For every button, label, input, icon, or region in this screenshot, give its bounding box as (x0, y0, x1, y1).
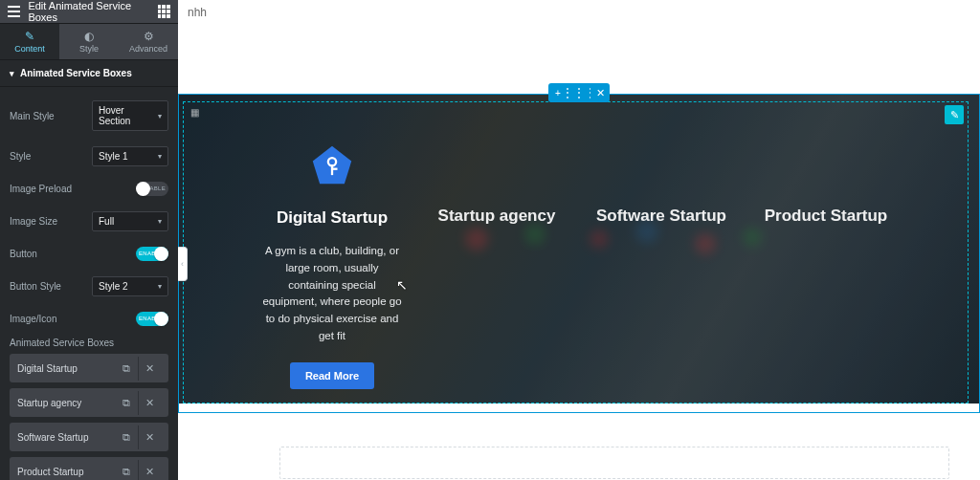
list-item[interactable]: Digital Startup ⧉ ✕ (10, 354, 168, 382)
service-box[interactable]: Startup agency (414, 94, 579, 404)
sidebar-header: Edit Animated Service Boxes (0, 0, 178, 24)
section-wrapper[interactable]: + ⋮⋮⋮ ✕ ▦ ✎ Digital Startup (178, 94, 980, 404)
list-item-title: Software Startup (17, 432, 115, 443)
list-item[interactable]: Startup agency ⧉ ✕ (10, 388, 168, 417)
menu-icon[interactable] (8, 6, 20, 17)
list-item[interactable]: Product Startup ⧉ ✕ (10, 457, 168, 480)
column-handle-icon[interactable]: ▦ (188, 105, 201, 119)
gear-icon (143, 30, 154, 41)
contrast-icon (83, 30, 95, 41)
close-icon[interactable]: ✕ (138, 391, 161, 415)
button-style-select[interactable]: Style 2 (92, 276, 168, 296)
copy-icon[interactable]: ⧉ (115, 391, 138, 415)
image-icon-toggle[interactable]: Enable (136, 312, 168, 326)
service-title: Product Startup (751, 207, 901, 226)
delete-section-button[interactable]: ✕ (590, 83, 610, 102)
editor-sidebar: Edit Animated Service Boxes Content Styl… (0, 0, 178, 480)
close-icon[interactable]: ✕ (138, 425, 161, 449)
collapse-sidebar-button[interactable]: ‹ (178, 247, 188, 281)
tab-label: Style (79, 44, 99, 54)
service-description: A gym is a club, building, or large room… (257, 243, 407, 345)
service-title: Digital Startup (257, 208, 407, 228)
hero-widget[interactable]: Digital Startup A gym is a club, buildin… (178, 94, 980, 404)
stray-text: nhh (188, 6, 207, 19)
control-image-preload: Image Preload Disable (10, 174, 168, 204)
service-box[interactable]: Product Startup (744, 94, 908, 404)
control-label: Image Preload (10, 184, 72, 194)
tab-content[interactable]: Content (0, 24, 59, 59)
section-controls: + ⋮⋮⋮ ✕ (548, 83, 610, 102)
empty-section-placeholder[interactable] (279, 447, 949, 479)
service-title: Software Startup (587, 207, 736, 226)
control-label: Button (10, 249, 37, 259)
list-item-title: Digital Startup (17, 363, 115, 374)
service-title: Startup agency (422, 207, 571, 226)
panel-title: Edit Animated Service Boxes (28, 0, 157, 23)
control-label: Main Style (10, 111, 55, 121)
pentagon-icon (310, 143, 354, 187)
control-label: Image/Icon (10, 314, 56, 324)
copy-icon[interactable]: ⧉ (115, 460, 138, 481)
section-drag-handle[interactable]: ⋮⋮⋮ (568, 83, 590, 102)
control-main-style: Main Style Hover Section (10, 93, 168, 139)
preview-canvas: nhh + ⋮⋮⋮ ✕ ▦ ✎ (178, 0, 980, 480)
control-label: Image Size (10, 216, 57, 227)
list-item-title: Product Startup (17, 467, 115, 477)
controls-area: Main Style Hover Section Style Style 1 I… (0, 87, 178, 480)
read-more-button[interactable]: Read More (290, 362, 374, 389)
tab-label: Content (14, 44, 45, 54)
edit-widget-button[interactable]: ✎ (945, 105, 964, 124)
copy-icon[interactable]: ⧉ (115, 357, 138, 381)
section-animated-service-boxes[interactable]: Animated Service Boxes (0, 60, 178, 87)
panel-tabs: Content Style Advanced (0, 24, 178, 60)
tab-label: Advanced (129, 44, 167, 54)
columns-row: Digital Startup A gym is a club, buildin… (178, 94, 980, 404)
pencil-icon (24, 30, 35, 41)
control-button: Button Enable (10, 239, 168, 269)
control-image-size: Image Size Full (10, 204, 168, 239)
control-button-style: Button Style Style 2 (10, 269, 168, 304)
list-item[interactable]: Software Startup ⧉ ✕ (10, 423, 168, 451)
close-icon[interactable]: ✕ (138, 357, 161, 381)
section-title: Animated Service Boxes (20, 68, 132, 78)
image-size-select[interactable]: Full (92, 211, 168, 231)
service-box-active[interactable]: Digital Startup A gym is a club, buildin… (250, 94, 414, 404)
tab-advanced[interactable]: Advanced (119, 24, 178, 59)
button-toggle[interactable]: Enable (136, 247, 168, 261)
widgets-grid-icon[interactable] (158, 5, 170, 18)
control-label: Button Style (10, 281, 61, 292)
control-image-icon: Image/Icon Enable (10, 304, 168, 334)
repeater-label: Animated Service Boxes (10, 334, 168, 354)
list-item-title: Startup agency (17, 398, 115, 408)
control-label: Style (10, 151, 31, 162)
image-preload-toggle[interactable]: Disable (136, 182, 168, 196)
service-box[interactable]: Software Startup (579, 94, 744, 404)
control-style: Style Style 1 (10, 139, 168, 174)
main-style-select[interactable]: Hover Section (92, 100, 168, 131)
tab-style[interactable]: Style (59, 24, 119, 59)
style-select[interactable]: Style 1 (92, 146, 168, 166)
close-icon[interactable]: ✕ (138, 460, 161, 481)
copy-icon[interactable]: ⧉ (115, 425, 138, 449)
